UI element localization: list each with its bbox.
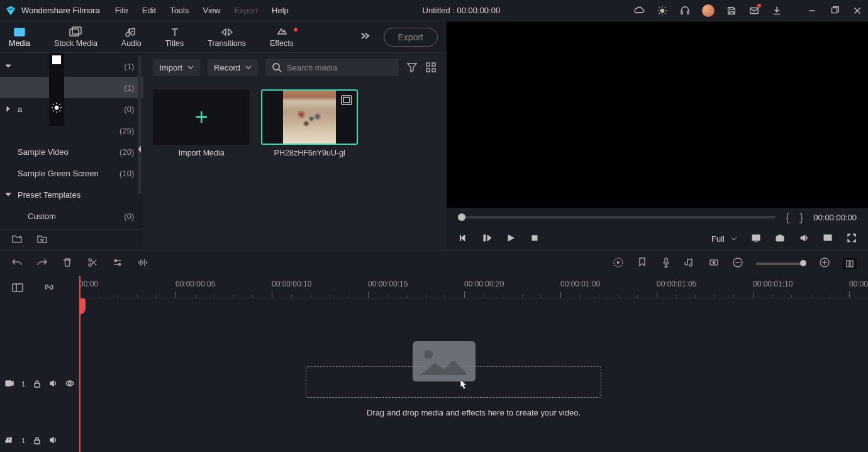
ruler-label: 00:00:01:10 <box>753 280 793 288</box>
prev-frame-icon[interactable] <box>458 233 468 245</box>
cloud-icon[interactable] <box>634 5 645 16</box>
svg-rect-71 <box>6 381 11 386</box>
drag-preview-icon <box>413 341 476 381</box>
tab-titles[interactable]: Titles <box>165 26 184 48</box>
audio-track-lock-icon[interactable] <box>33 436 42 446</box>
swatch-white-icon[interactable] <box>52 55 61 64</box>
window-close[interactable] <box>852 5 863 16</box>
caret-right-icon[interactable] <box>4 105 13 113</box>
redo-icon[interactable] <box>36 257 48 270</box>
tab-titles-label: Titles <box>165 39 184 48</box>
sidebar-item-2[interactable]: a(0) <box>0 98 143 120</box>
window-minimize[interactable] <box>806 5 818 16</box>
timeline-ruler[interactable]: 00:0000:00:00:0500:00:00:1000:00:00:1500… <box>79 276 868 298</box>
track-mute-icon[interactable] <box>49 379 58 389</box>
sidebar-item-3[interactable]: (25) <box>0 120 143 141</box>
crop-icon[interactable] <box>112 257 123 270</box>
menu-view[interactable]: View <box>203 6 220 15</box>
audio-wave-icon[interactable] <box>137 257 148 270</box>
volume-icon[interactable] <box>799 233 809 245</box>
snapshot-icon[interactable] <box>775 233 785 245</box>
scrubber-handle[interactable] <box>458 213 465 221</box>
preview-quality-dropdown[interactable]: Full <box>711 234 737 244</box>
brightness-icon[interactable] <box>657 5 668 16</box>
zoom-fit-icon[interactable] <box>843 258 857 269</box>
audio-track-mute-icon[interactable] <box>49 436 58 446</box>
grid-view-icon[interactable] <box>425 62 437 73</box>
render-icon[interactable] <box>613 257 624 270</box>
zoom-slider[interactable] <box>756 263 806 265</box>
media-clip-1[interactable]: PH28zHF6nY9uU-gl <box>261 89 358 157</box>
display-mode-icon[interactable] <box>751 233 761 245</box>
mark-in-icon[interactable]: { <box>786 211 789 224</box>
split-icon[interactable] <box>87 257 98 270</box>
pip-icon[interactable] <box>823 233 833 245</box>
sidebar-item-7[interactable]: Custom(0) <box>0 205 143 227</box>
tabs-more[interactable] <box>357 31 371 42</box>
search-media-input[interactable] <box>287 63 392 72</box>
tab-effects[interactable]: Effects <box>270 26 294 48</box>
folder-sort-icon[interactable] <box>36 234 48 246</box>
color-overlay[interactable] <box>49 53 64 126</box>
sidebar-item-5[interactable]: Sample Green Screen(10) <box>0 162 143 184</box>
mail-icon[interactable] <box>748 5 760 16</box>
menu-edit[interactable]: Edit <box>142 6 156 15</box>
caret-down-icon[interactable] <box>4 62 13 71</box>
play-icon[interactable] <box>506 233 516 245</box>
clip-thumbnail-icon <box>283 91 336 144</box>
menu-help[interactable]: Help <box>272 6 289 15</box>
link-icon[interactable] <box>43 282 55 295</box>
svg-rect-42 <box>532 235 537 240</box>
fullscreen-icon[interactable] <box>847 233 857 245</box>
tab-transitions[interactable]: Transitions <box>208 26 246 48</box>
search-input-wrap[interactable] <box>265 59 399 76</box>
svg-line-8 <box>665 7 665 8</box>
sidebar-item-4[interactable]: Sample Video(20) <box>0 141 143 162</box>
window-maximize[interactable] <box>829 5 840 16</box>
import-dropdown[interactable]: Import <box>153 59 200 76</box>
menu-tools[interactable]: Tools <box>170 6 189 15</box>
menu-export[interactable]: Export <box>234 6 258 15</box>
zoom-slider-handle[interactable] <box>800 260 806 266</box>
audio-mixer-icon[interactable] <box>684 257 696 270</box>
play-pause-icon[interactable] <box>482 233 492 245</box>
filter-icon[interactable] <box>406 62 418 73</box>
svg-rect-70 <box>13 284 23 291</box>
record-dropdown[interactable]: Record <box>208 59 258 76</box>
caret-down-icon[interactable] <box>4 190 13 199</box>
save-icon[interactable] <box>726 5 737 16</box>
keyframe-icon[interactable] <box>708 257 720 270</box>
folder-add-icon[interactable] <box>11 234 23 246</box>
import-dropdown-label: Import <box>159 63 182 72</box>
track-visibility-icon[interactable] <box>65 379 74 389</box>
stop-icon[interactable] <box>530 233 540 245</box>
import-media-tile[interactable]: + Import Media <box>153 89 250 157</box>
zoom-in-icon[interactable] <box>819 257 830 270</box>
zoom-out-icon[interactable] <box>732 257 743 270</box>
undo-icon[interactable] <box>11 257 23 270</box>
svg-point-32 <box>273 64 279 70</box>
sidebar-item-1[interactable]: (1) <box>0 77 143 98</box>
sidebar-scrollbar[interactable] <box>138 55 142 194</box>
export-button[interactable]: Export <box>384 28 438 47</box>
sidebar-collapse-icon[interactable] <box>136 144 143 155</box>
tab-media[interactable]: Media <box>9 26 30 48</box>
voiceover-icon[interactable] <box>660 257 672 270</box>
timeline-manage-icon[interactable] <box>11 282 24 295</box>
tab-stock-media[interactable]: Stock Media <box>54 26 97 48</box>
preview-scrubber[interactable] <box>458 216 776 218</box>
sun-adjust-icon[interactable] <box>51 102 62 115</box>
headset-icon[interactable] <box>679 5 691 16</box>
marker-icon[interactable] <box>637 257 648 270</box>
user-avatar[interactable] <box>702 4 715 17</box>
mark-out-icon[interactable]: } <box>799 211 803 224</box>
delete-icon[interactable] <box>62 257 73 270</box>
playhead[interactable] <box>79 276 81 452</box>
sidebar-item-0[interactable]: (1) <box>0 55 143 77</box>
sidebar-item-6[interactable]: Preset Templates <box>0 184 143 205</box>
track-lock-icon[interactable] <box>33 379 42 389</box>
playhead-handle[interactable] <box>79 298 86 315</box>
tab-audio[interactable]: Audio <box>121 26 142 48</box>
download-icon[interactable] <box>771 5 782 16</box>
menu-file[interactable]: File <box>115 6 128 15</box>
